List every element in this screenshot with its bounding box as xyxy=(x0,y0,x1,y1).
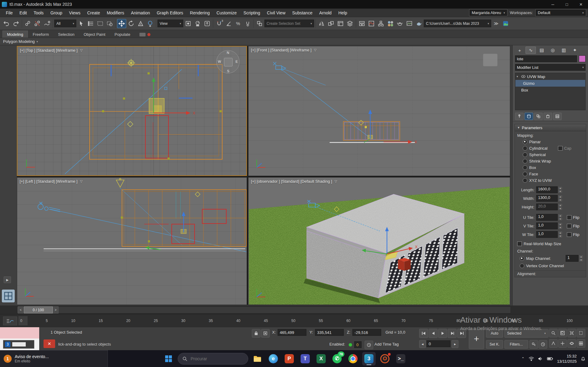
go-to-end-button[interactable] xyxy=(457,329,466,338)
object-name-field[interactable] xyxy=(515,55,577,62)
use-pivot-center-icon[interactable] xyxy=(184,19,193,28)
event-notification-toast[interactable]: 1 Aviso de evento... Em efeito xyxy=(0,350,108,367)
angle-snap-icon[interactable] xyxy=(224,19,233,28)
menu-modifiers[interactable]: Modifiers xyxy=(103,10,127,15)
viewport-top[interactable]: [+] [Top ] [Standard] [Wireframe ] ▽ N E… xyxy=(17,46,247,176)
stack-item-gizmo[interactable]: Gizmo xyxy=(515,80,585,87)
mapping-face-option[interactable]: Face xyxy=(515,171,586,177)
frame-forward-button[interactable]: ▸ xyxy=(452,340,458,348)
red-box-object[interactable] xyxy=(398,258,411,271)
time-slider-handle[interactable]: 0 / 100 xyxy=(24,306,53,313)
frame-back-button[interactable]: ◂ xyxy=(419,340,426,348)
expand-trackview-button[interactable]: ▶ xyxy=(4,276,11,283)
viewport-left-label[interactable]: [+] [Left ] [Standard] [Wireframe ] ▽ xyxy=(20,179,82,184)
length-spinner[interactable]: 1600,0 ▲▼ xyxy=(536,186,563,193)
select-and-link-icon[interactable] xyxy=(23,19,32,28)
taskbar-search[interactable] xyxy=(178,353,248,365)
mirror-icon[interactable] xyxy=(317,19,326,28)
spinner-arrows-icon[interactable]: ▲▼ xyxy=(558,231,563,238)
unlink-icon[interactable] xyxy=(33,19,42,28)
omni-light-icon[interactable] xyxy=(127,59,135,67)
menu-edit[interactable]: Edit xyxy=(16,10,30,15)
map-channel-spinner[interactable]: 1 ▲▼ xyxy=(566,255,583,262)
parameters-rollout-header[interactable]: ▼ Parameters xyxy=(515,124,586,131)
play-button[interactable] xyxy=(438,329,447,338)
perspective-viewport-canvas[interactable]: X xyxy=(248,178,510,305)
configure-modifier-sets-icon[interactable] xyxy=(553,113,562,120)
y-coordinate-field[interactable]: 335,541 xyxy=(315,329,344,336)
stack-item-uvw-map[interactable]: ▾ UVW Map xyxy=(515,73,585,80)
menu-scripting[interactable]: Scripting xyxy=(240,10,264,15)
minimize-button[interactable]: ─ xyxy=(546,0,560,9)
move-gizmo[interactable]: X xyxy=(364,110,417,144)
select-and-manipulate-icon[interactable] xyxy=(193,19,202,28)
key-mode-toggle-icon[interactable] xyxy=(529,340,538,349)
menu-create[interactable]: Create xyxy=(84,10,103,15)
spinner-arrows-icon[interactable]: ▲▼ xyxy=(558,186,563,193)
record-icon[interactable] xyxy=(147,33,150,36)
add-time-tag[interactable]: Add Time Tag xyxy=(374,342,399,346)
width-value[interactable]: 1300,0 xyxy=(536,195,558,202)
selection-filter-dropdown[interactable]: All ▾ xyxy=(54,20,76,27)
move-gizmo[interactable] xyxy=(181,212,186,234)
w-flip-checkbox[interactable]: Flip xyxy=(567,232,579,237)
edit-named-selection-sets-icon[interactable] xyxy=(255,19,264,28)
map-channel-option[interactable]: Map Channel: 1 ▲▼ xyxy=(515,254,586,263)
key-filters-button[interactable]: Filters... xyxy=(504,340,528,349)
previous-key-button[interactable] xyxy=(429,329,438,338)
absolute-offset-toggle-icon[interactable] xyxy=(261,329,270,338)
snaps-toggle-icon[interactable]: 3 xyxy=(214,19,224,28)
maximize-viewport-toggle-icon[interactable] xyxy=(577,339,585,348)
go-to-start-button[interactable] xyxy=(419,329,428,338)
menu-animation[interactable]: Animation xyxy=(127,10,153,15)
render-production-icon[interactable] xyxy=(414,19,423,28)
compass-east[interactable]: E xyxy=(236,60,238,63)
mapping-box-option[interactable]: Box xyxy=(515,164,586,171)
front-viewport-canvas[interactable]: X xyxy=(248,46,510,176)
taskbar-app-3dsmax[interactable]: 3 xyxy=(362,352,376,365)
taskbar-app-edge[interactable]: e xyxy=(267,352,280,365)
tray-chevron-icon[interactable]: ⌃ xyxy=(522,357,525,361)
select-and-place-icon[interactable] xyxy=(146,19,155,28)
time-slider-track[interactable] xyxy=(17,306,511,313)
stack-item-box[interactable]: Box xyxy=(515,87,585,93)
user-account-dropdown[interactable]: Margarida Abreu ▾ xyxy=(469,9,507,16)
close-button[interactable]: ✕ xyxy=(574,0,588,9)
viewcube-face[interactable] xyxy=(224,58,233,66)
viewport-perspective-label[interactable]: [+] [observador ] [Standard] [Default Sh… xyxy=(251,179,337,184)
viewport-layout-tabs-button[interactable] xyxy=(2,290,15,302)
zoom-all-icon[interactable] xyxy=(558,329,567,337)
spinner-arrows-icon[interactable]: ▲▼ xyxy=(558,223,563,229)
tab-modify[interactable]: ∿ xyxy=(525,47,536,54)
ribbon-tab-freeform[interactable]: Freeform xyxy=(28,31,53,38)
menu-views[interactable]: Views xyxy=(66,10,84,15)
viewport-front-label[interactable]: [+] [Front ] [Standard] [Wireframe ] ▽ xyxy=(251,48,317,52)
tab-motion[interactable]: ◎ xyxy=(548,47,558,54)
ribbon-tab-selection[interactable]: Selection xyxy=(54,31,79,38)
notification-bell-icon[interactable] xyxy=(581,356,586,361)
tab-create[interactable]: + xyxy=(514,47,525,54)
pin-stack-icon[interactable] xyxy=(515,113,524,120)
spinner-arrows-icon[interactable]: ▲▼ xyxy=(579,255,583,262)
viewcube-ghost[interactable] xyxy=(483,54,498,66)
menu-substance[interactable]: Substance xyxy=(289,10,316,15)
viewport-left[interactable]: [+] [Left ] [Standard] [Wireframe ] ▽ xyxy=(17,177,247,305)
time-tag-clock-icon[interactable] xyxy=(365,341,373,349)
keyboard-shortcut-override-icon[interactable] xyxy=(203,19,212,28)
ribbon-config-icon[interactable] xyxy=(139,33,146,36)
ribbon-tab-modeling[interactable]: Modeling xyxy=(2,31,28,38)
toggle-scene-explorer-icon[interactable] xyxy=(336,19,345,28)
wifi-icon[interactable] xyxy=(529,357,534,361)
next-frame-button[interactable]: > xyxy=(53,306,59,313)
filter-funnel-icon[interactable]: ▽ xyxy=(80,179,82,183)
compass-west[interactable]: W xyxy=(218,60,221,63)
rectangular-selection-region-icon[interactable] xyxy=(96,19,105,28)
search-input[interactable] xyxy=(190,356,237,361)
v-tile-spinner[interactable]: 1,0 ▲▼ xyxy=(536,223,563,229)
menu-arnold[interactable]: Arnold xyxy=(316,10,335,15)
percent-snap-icon[interactable]: % xyxy=(233,19,243,28)
expand-caret-icon[interactable]: ▾ xyxy=(517,75,520,78)
start-button[interactable] xyxy=(162,352,175,365)
spinner-arrows-icon[interactable]: ▲▼ xyxy=(558,214,563,221)
tab-display[interactable]: ▥ xyxy=(559,47,569,54)
